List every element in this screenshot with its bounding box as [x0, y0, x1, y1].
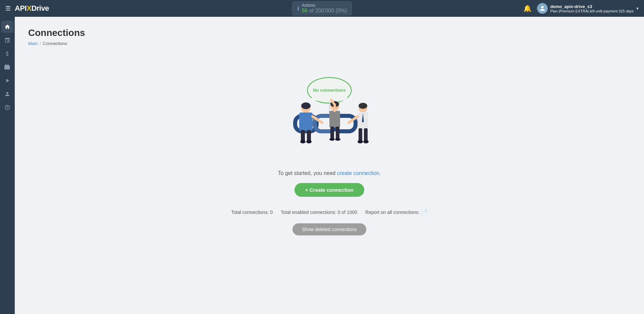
- svg-rect-34: [364, 128, 368, 142]
- svg-point-17: [300, 140, 306, 143]
- sidebar-item-home[interactable]: [1, 21, 13, 33]
- cta-text: To get started, you need create connecti…: [278, 170, 381, 176]
- svg-rect-33: [359, 128, 362, 142]
- logo: APIXDrive: [15, 4, 49, 13]
- total-enabled-connections: Total enabled connections: 0 of 1000: [281, 210, 357, 215]
- hamburger-menu[interactable]: ☰: [5, 5, 11, 12]
- svg-point-13: [301, 102, 311, 109]
- report-icon[interactable]: 📄: [421, 209, 428, 215]
- total-connections: Total connections: 0: [231, 210, 273, 215]
- actions-label: Actions:: [302, 3, 347, 8]
- main-content: Connections Main / Connections: [15, 17, 644, 314]
- sidebar: [0, 17, 15, 314]
- svg-point-35: [358, 140, 363, 143]
- breadcrumb-main[interactable]: Main: [28, 41, 38, 46]
- avatar: [537, 3, 548, 14]
- sidebar-item-tasks[interactable]: [1, 61, 13, 73]
- svg-rect-22: [329, 111, 340, 128]
- breadcrumb-current: Connections: [43, 41, 67, 46]
- breadcrumb-sep: /: [40, 41, 41, 46]
- empty-state: No connections: [28, 59, 631, 249]
- svg-point-18: [306, 140, 312, 143]
- user-name: demo_apix-drive_s3: [550, 4, 634, 9]
- user-plan: Plan |Premium EXTRA| left until payment …: [550, 9, 634, 13]
- cta-prefix: To get started, you need: [278, 170, 337, 176]
- actions-limit: of 200'000 (0%): [309, 8, 347, 13]
- stats-row: Total connections: 0 Total enabled conne…: [231, 209, 428, 215]
- report-label: Report on all connections: 📄: [365, 209, 428, 215]
- user-info: demo_apix-drive_s3 Plan |Premium EXTRA| …: [550, 4, 634, 13]
- create-connection-button[interactable]: + Create connection: [294, 183, 364, 197]
- svg-rect-16: [307, 130, 311, 142]
- svg-point-25: [329, 138, 335, 141]
- actions-text: Actions: 56 of 200'000 (0%): [302, 3, 347, 14]
- page-title: Connections: [28, 28, 631, 38]
- svg-text:No connections: No connections: [313, 88, 346, 93]
- bell-icon[interactable]: 🔔: [523, 4, 532, 12]
- svg-rect-15: [301, 130, 305, 142]
- svg-point-36: [363, 140, 369, 143]
- sidebar-item-help[interactable]: [1, 101, 13, 114]
- user-section[interactable]: demo_apix-drive_s3 Plan |Premium EXTRA| …: [537, 3, 639, 14]
- show-deleted-connections-button[interactable]: Show deleted connections: [292, 223, 366, 235]
- illustration: No connections: [272, 73, 386, 160]
- sidebar-item-video[interactable]: [1, 75, 13, 87]
- cta-link[interactable]: create connection.: [337, 170, 381, 176]
- chevron-down-icon: ▾: [636, 6, 639, 11]
- svg-point-30: [359, 103, 367, 109]
- svg-rect-6: [312, 94, 347, 100]
- breadcrumb: Main / Connections: [28, 41, 631, 46]
- actions-count: 56: [302, 8, 308, 13]
- sidebar-item-profile[interactable]: [1, 88, 13, 100]
- sidebar-item-connections[interactable]: [1, 34, 13, 46]
- svg-point-26: [335, 138, 340, 141]
- svg-rect-14: [299, 113, 313, 131]
- svg-rect-24: [336, 127, 339, 139]
- illustration-svg: No connections: [272, 73, 386, 160]
- info-icon: ℹ: [297, 5, 299, 12]
- sidebar-item-billing[interactable]: [1, 48, 13, 60]
- actions-badge[interactable]: ℹ Actions: 56 of 200'000 (0%): [292, 1, 352, 15]
- svg-rect-23: [330, 127, 334, 139]
- actions-value: 56 of 200'000 (0%): [302, 8, 347, 14]
